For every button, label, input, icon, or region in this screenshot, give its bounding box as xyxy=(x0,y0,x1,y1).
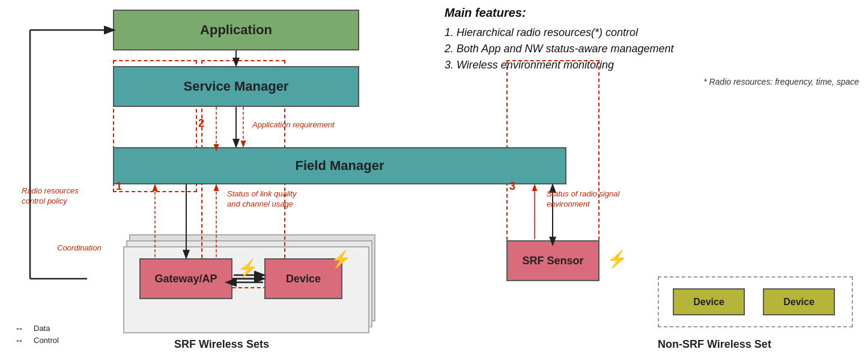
link-quality-label: Status of link qualityand channel usage xyxy=(227,189,323,210)
gateway-label: Gateway/AP xyxy=(154,273,217,285)
lightning-1: ⚡ xyxy=(237,258,258,278)
features-title: Main features: xyxy=(445,6,859,20)
srf-sensor-label: SRF Sensor xyxy=(522,255,583,267)
gateway-box: Gateway/AP xyxy=(139,258,232,299)
legend-control: ↔ Control xyxy=(8,335,59,345)
legend: ↔ Data ↔ Control xyxy=(8,323,59,347)
device-nonsrf-label-1: Device xyxy=(693,297,724,308)
lightning-3: ⚡ xyxy=(607,249,628,269)
field-manager-label: Field Manager xyxy=(296,158,384,174)
data-label: Data xyxy=(34,324,50,333)
device-srf-label: Device xyxy=(286,273,321,285)
srf-sensor-box: SRF Sensor xyxy=(506,240,599,281)
radio-signal-label: Status of radio signalenvironment xyxy=(547,189,643,210)
control-arrow-icon: ↔ xyxy=(8,335,30,345)
radio-res-label: Radio resourcescontrol policy xyxy=(22,186,106,207)
features-note: * Radio resources: frequency, time, spac… xyxy=(445,77,859,86)
num-label-2: 2 xyxy=(198,117,204,130)
non-srf-label: Non-SRF Wireless Set xyxy=(658,338,771,351)
features-panel: Main features: 1. Hierarchical radio res… xyxy=(445,6,859,86)
application-box: Application xyxy=(113,10,359,50)
service-manager-box: Service Manager xyxy=(113,66,359,107)
device-nonsrf-box-2: Device xyxy=(763,288,835,315)
diagram: Application Service Manager Field Manage… xyxy=(0,0,868,358)
features-item-1: 1. Hierarchical radio resources(*) contr… xyxy=(445,25,859,41)
lightning-2: ⚡ xyxy=(330,249,351,269)
service-manager-label: Service Manager xyxy=(184,79,289,94)
application-label: Application xyxy=(200,22,272,38)
field-manager-box: Field Manager xyxy=(113,147,566,184)
coordination-label: Coordination xyxy=(57,243,102,252)
srf-sets-label: SRF Wireless Sets xyxy=(174,338,269,351)
control-label: Control xyxy=(34,336,59,345)
device-nonsrf-label-2: Device xyxy=(783,297,815,308)
legend-data: ↔ Data xyxy=(8,323,59,333)
num-label-3: 3 xyxy=(509,180,515,193)
app-req-label: Application requirement xyxy=(252,120,335,129)
data-arrow-icon: ↔ xyxy=(8,323,30,333)
device-nonsrf-box-1: Device xyxy=(673,288,745,315)
features-item-3: 3. Wireless environment monitoring xyxy=(445,57,859,73)
num-label-1: 1 xyxy=(116,180,122,193)
features-item-2: 2. Both App and NW status-aware manageme… xyxy=(445,41,859,57)
